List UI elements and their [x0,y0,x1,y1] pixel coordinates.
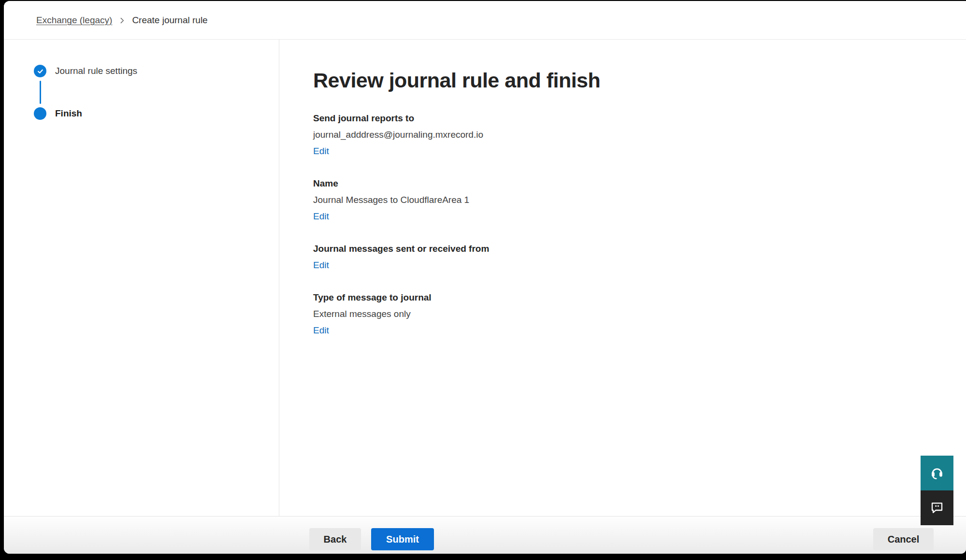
wizard-step-finish[interactable]: Finish [34,107,279,120]
breadcrumb-exchange-legacy[interactable]: Exchange (legacy) [36,15,112,26]
section-label: Send journal reports to [313,113,947,124]
breadcrumb: Exchange (legacy) Create journal rule [36,15,208,26]
cancel-button[interactable]: Cancel [873,528,934,550]
section-journal-messages-sent-or-received: Journal messages sent or received from E… [313,243,947,271]
review-pane: Review journal rule and finish Send jour… [279,40,966,516]
step-label-journal-rule-settings: Journal rule settings [55,66,137,76]
chat-bubble-icon [929,500,945,517]
wizard-step-journal-rule-settings[interactable]: Journal rule settings [34,65,279,77]
app-header: Exchange (legacy) Create journal rule [4,1,966,40]
section-type-of-message-to-journal: Type of message to journal External mess… [313,292,947,336]
app-window: Exchange (legacy) Create journal rule Jo… [4,1,966,554]
section-name: Name Journal Messages to CloudflareArea … [313,178,947,222]
step-completed-check-icon [34,65,46,77]
edit-message-type-link[interactable]: Edit [313,325,329,336]
section-label: Journal messages sent or received from [313,243,947,255]
journal-report-address-value: journal_adddress@journaling.mxrecord.io [313,129,947,141]
wizard-steps-nav: Journal rule settings Finish [4,40,279,516]
page-title: Review journal rule and finish [313,69,947,92]
help-support-button[interactable] [921,456,953,490]
submit-button[interactable]: Submit [371,528,434,550]
wizard-footer: Back Submit Cancel [4,516,966,554]
step-label-finish: Finish [55,108,82,119]
floating-action-stack [921,456,953,525]
step-connector-line [40,81,41,104]
edit-journal-scope-link[interactable]: Edit [313,259,329,271]
edit-name-link[interactable]: Edit [313,211,329,222]
section-send-journal-reports-to: Send journal reports to journal_adddress… [313,113,947,157]
rule-name-value: Journal Messages to CloudflareArea 1 [313,194,947,206]
section-label: Type of message to journal [313,292,947,303]
app-body: Journal rule settings Finish Review jour… [4,40,966,516]
back-button[interactable]: Back [309,528,361,550]
headset-icon [929,465,945,482]
feedback-button[interactable] [921,490,953,525]
step-current-dot-icon [34,107,46,120]
message-type-value: External messages only [313,308,947,320]
section-label: Name [313,178,947,189]
breadcrumb-current-page: Create journal rule [132,15,207,26]
chevron-right-icon [119,17,125,24]
edit-send-journal-reports-link[interactable]: Edit [313,145,329,157]
